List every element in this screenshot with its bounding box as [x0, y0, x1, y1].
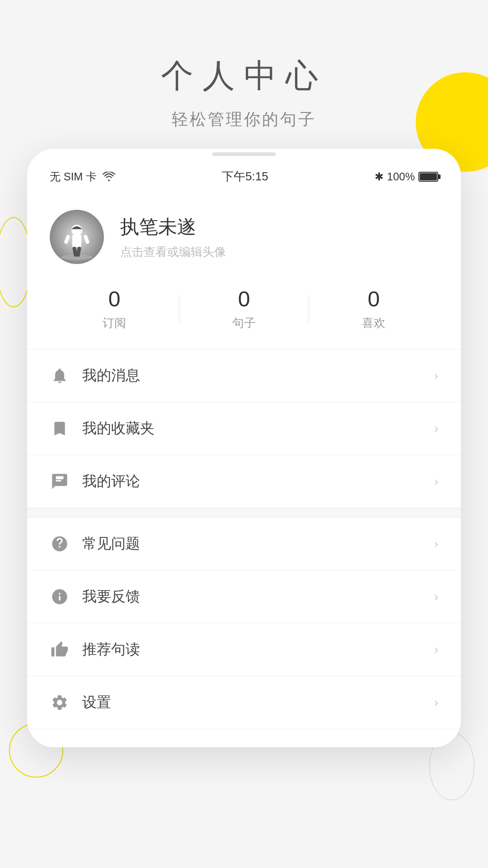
- stat-like[interactable]: 0 喜欢: [309, 287, 438, 331]
- sim-label: 无 SIM 卡: [50, 170, 97, 184]
- battery-icon: [418, 172, 438, 182]
- menu-messages-arrow: ›: [434, 368, 438, 383]
- stat-sentence-label: 句子: [232, 315, 256, 331]
- stats-section: 0 订阅 0 句子 0 喜欢: [27, 278, 461, 344]
- gear-icon: [50, 693, 70, 712]
- menu-settings-label: 设置: [82, 693, 434, 712]
- menu-comments-arrow: ›: [434, 474, 438, 489]
- comment-icon: [50, 472, 70, 491]
- bluetooth-icon: ✱: [375, 170, 384, 183]
- question-icon: [50, 534, 70, 554]
- menu-item-messages[interactable]: 我的消息 ›: [27, 349, 461, 402]
- menu-comments-label: 我的评论: [82, 472, 434, 491]
- menu-favorites-label: 我的收藏夹: [82, 419, 434, 439]
- section-gap: [27, 508, 461, 517]
- phone-mockup: 无 SIM 卡 下午5:15 ✱ 100%: [27, 149, 461, 747]
- profile-name: 执笔未遂: [120, 214, 226, 240]
- bell-icon: [50, 366, 70, 386]
- avatar[interactable]: [50, 210, 104, 264]
- header-section: 个人中心 轻松管理你的句子: [0, 0, 488, 149]
- notch-pill: [212, 152, 276, 156]
- battery-percent: 100%: [387, 170, 415, 183]
- menu-item-favorites[interactable]: 我的收藏夹 ›: [27, 402, 461, 455]
- avatar-image: [50, 210, 104, 264]
- battery-body: [418, 172, 438, 182]
- profile-info: 执笔未遂 点击查看或编辑头像: [120, 214, 226, 260]
- thumbup-icon: [50, 640, 70, 660]
- menu-feedback-label: 我要反馈: [82, 587, 434, 607]
- stat-subscribe-value: 0: [108, 287, 121, 311]
- notch-bar: [27, 149, 461, 158]
- status-bar: 无 SIM 卡 下午5:15 ✱ 100%: [27, 158, 461, 192]
- status-time: 下午5:15: [222, 169, 268, 184]
- menu-item-comments[interactable]: 我的评论 ›: [27, 455, 461, 508]
- status-right: ✱ 100%: [375, 170, 438, 183]
- wifi-icon: [102, 172, 116, 182]
- menu-faq-arrow: ›: [434, 537, 438, 551]
- profile-hint: 点击查看或编辑头像: [120, 244, 226, 260]
- menu-group-1: 我的消息 › 我的收藏夹 › 我的评论 ›: [27, 349, 461, 508]
- stat-like-value: 0: [368, 287, 380, 311]
- stat-subscribe[interactable]: 0 订阅: [50, 287, 179, 331]
- stat-sentence[interactable]: 0 句子: [179, 287, 309, 331]
- stat-sentence-value: 0: [238, 287, 250, 311]
- menu-item-faq[interactable]: 常见问题 ›: [27, 518, 461, 571]
- menu-favorites-arrow: ›: [434, 421, 438, 436]
- profile-section[interactable]: 执笔未遂 点击查看或编辑头像: [27, 192, 461, 278]
- menu-item-feedback[interactable]: 我要反馈 ›: [27, 571, 461, 623]
- stat-subscribe-label: 订阅: [103, 315, 126, 331]
- menu-feedback-arrow: ›: [434, 590, 438, 604]
- svg-point-8: [67, 257, 87, 260]
- menu-item-recommend[interactable]: 推荐句读 ›: [27, 623, 461, 676]
- menu-recommend-arrow: ›: [434, 642, 438, 657]
- menu-recommend-label: 推荐句读: [82, 640, 434, 660]
- menu-settings-arrow: ›: [434, 695, 438, 710]
- status-left: 无 SIM 卡: [50, 170, 116, 184]
- svg-rect-2: [72, 235, 81, 247]
- menu-faq-label: 常见问题: [82, 534, 434, 554]
- battery-fill: [420, 173, 437, 180]
- stat-like-label: 喜欢: [362, 315, 385, 331]
- page-subtitle: 轻松管理你的句子: [0, 108, 488, 131]
- menu-item-settings[interactable]: 设置 ›: [27, 676, 461, 729]
- info-icon: [50, 587, 70, 607]
- menu-group-2: 常见问题 › 我要反馈 › 推荐句读 ›: [27, 517, 461, 729]
- bookmark-icon: [50, 419, 70, 439]
- page-title: 个人中心: [0, 54, 488, 98]
- menu-messages-label: 我的消息: [82, 366, 434, 386]
